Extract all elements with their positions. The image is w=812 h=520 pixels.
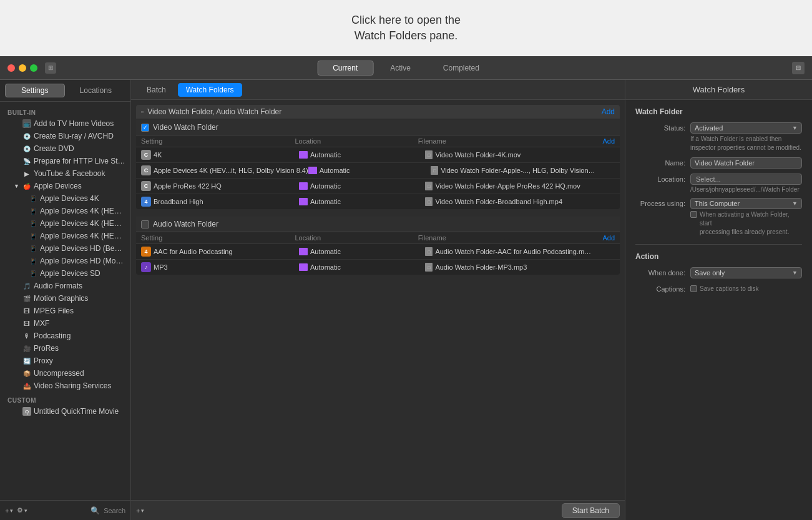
setting-label-apple4k: Apple Devices 4K (HEV...it, HLG, Dolby V…: [154, 167, 308, 174]
uncomp-icon: 📦: [22, 369, 31, 378]
sidebar-item-label: Apple Devices 4K (HEVC...: [40, 232, 125, 240]
tab-current[interactable]: Current: [317, 61, 373, 76]
sidebar-item-http[interactable]: 📡 Prepare for HTTP Live Strea...: [0, 155, 130, 167]
sidebar-item-label: MPEG Files: [34, 307, 125, 315]
sidebar-tab-settings[interactable]: Settings: [5, 84, 65, 97]
setting-icon-aac: 4: [141, 247, 151, 257]
sidebar-item-podcasting[interactable]: 🎙 Podcasting: [0, 330, 130, 342]
file-icon: □: [425, 197, 433, 206]
status-hint: If a Watch Folder is enabled then inspec…: [690, 135, 802, 152]
status-dropdown[interactable]: Activated ▼: [690, 122, 802, 134]
when-done-value: Save only: [695, 269, 725, 277]
layout-icon[interactable]: ⊟: [792, 62, 805, 74]
sidebar-tab-locations[interactable]: Locations: [66, 84, 126, 97]
fullscreen-button[interactable]: [30, 64, 37, 72]
mpeg-icon: 🎞: [22, 307, 31, 315]
audio-row-aac[interactable]: 4 AAC for Audio Podcasting Automatic □ A…: [136, 244, 620, 260]
sidebar-item-prores[interactable]: 🎥 ProRes: [0, 342, 130, 355]
watch-folder-section-title: Watch Folder: [635, 107, 802, 116]
tooltip-line1: Click here to open the: [351, 12, 461, 28]
filename-aac: Audio Watch Folder-AAC for Audio Podcast…: [435, 248, 591, 255]
sidebar-item-label: Podcasting: [34, 331, 125, 340]
when-done-dropdown[interactable]: Save only ▼: [690, 267, 802, 278]
sidebar-item-add-tv[interactable]: 📺 Add to TV Home Videos: [0, 117, 130, 130]
sidebar-item-audio[interactable]: 🎵 Audio Formats: [0, 280, 130, 292]
sidebar-item-apple-devices[interactable]: ▼ 🍎 Apple Devices: [0, 180, 130, 192]
sidebar-item-apple-hd-most[interactable]: 📱 Apple Devices HD (Most...: [0, 255, 130, 267]
device-icon: 📱: [29, 207, 37, 215]
sidebar-item-apple-4k[interactable]: 📱 Apple Devices 4K: [0, 192, 130, 205]
location-field-wrap: Select... /Users/johnyappleseed/.../Watc…: [690, 174, 802, 193]
sidebar-item-apple-4k-hevc1[interactable]: 📱 Apple Devices 4K (HEVC...: [0, 205, 130, 217]
sidebar-item-proxy[interactable]: 🔄 Proxy: [0, 355, 130, 367]
chevron-down-icon: ▾: [141, 508, 144, 514]
header-filename: Filename: [418, 137, 603, 145]
sidebar-item-bluray[interactable]: 💿 Create Blu-ray / AVCHD: [0, 130, 130, 142]
search-input[interactable]: Search: [104, 507, 125, 514]
process-hint-checkbox[interactable]: [690, 211, 697, 218]
captions-check-label: Save captions to disk: [700, 285, 759, 293]
setting-icon-4k: C: [141, 150, 151, 160]
group-add-button[interactable]: Add: [602, 107, 615, 116]
when-done-row: When done: Save only ▼: [635, 267, 802, 278]
add-job-button[interactable]: + ▾: [136, 507, 144, 514]
name-row: Name: Video Watch Folder: [635, 157, 802, 169]
location-select-button[interactable]: Select...: [690, 174, 802, 185]
sidebar-item-apple-hd-best[interactable]: 📱 Apple Devices HD (Best...: [0, 242, 130, 255]
sidebar-item-apple-sd[interactable]: 📱 Apple Devices SD: [0, 267, 130, 280]
sidebar: Settings Locations BUILT-IN 📺 Add to TV …: [0, 80, 131, 520]
start-batch-button[interactable]: Start Batch: [562, 503, 620, 518]
qt-icon: Q: [22, 407, 31, 416]
add-preset-button[interactable]: + ▾: [5, 507, 13, 514]
sidebar-item-mpeg[interactable]: 🎞 MPEG Files: [0, 305, 130, 317]
sidebar-item-label: ProRes: [34, 344, 125, 353]
content-area: Settings Locations BUILT-IN 📺 Add to TV …: [0, 80, 812, 520]
audio-section-checkbox[interactable]: [141, 220, 149, 228]
gear-icon: ⚙: [17, 506, 23, 514]
minimize-button[interactable]: [19, 64, 26, 72]
sidebar-item-label: Apple Devices 4K (HEVC...: [40, 207, 125, 215]
dropdown-arrow-icon: ▼: [792, 125, 798, 131]
process-field-wrap: This Computer ▼ When activating a Watch …: [690, 198, 802, 237]
video-row-4k[interactable]: C 4K Automatic □ Video Watch Folder-4K.m…: [136, 147, 620, 163]
right-panel-content: Watch Folder Status: Activated ▼ If a Wa…: [625, 100, 812, 520]
sidebar-item-label: Video Sharing Services: [34, 381, 125, 390]
location-path: /Users/johnyappleseed/.../Watch Folder: [690, 186, 802, 193]
audio-row-mp3[interactable]: ♪ MP3 Automatic □ Audio Watch Folder-MP3…: [136, 260, 620, 275]
sidebar-item-dvd[interactable]: 💿 Create DVD: [0, 142, 130, 155]
watch-folders-button[interactable]: Watch Folders: [178, 83, 242, 97]
file-icon: □: [425, 247, 433, 256]
sidebar-item-video-sharing[interactable]: 📤 Video Sharing Services: [0, 380, 130, 392]
sidebar-item-uncompressed[interactable]: 📦 Uncompressed: [0, 367, 130, 380]
settings-gear-button[interactable]: ⚙ ▾: [17, 506, 27, 514]
process-dropdown[interactable]: This Computer ▼: [690, 198, 802, 209]
sidebar-item-label: Prepare for HTTP Live Strea...: [34, 157, 125, 165]
setting-label-mp3: MP3: [154, 263, 168, 271]
video-row-prores[interactable]: C Apple ProRes 422 HQ Automatic □ Video …: [136, 179, 620, 194]
sidebar-item-apple-4k-hevc2[interactable]: 📱 Apple Devices 4K (HEVC...: [0, 217, 130, 230]
location-text-broadband: Automatic: [310, 198, 341, 205]
sidebar-item-quicktime[interactable]: Q Untitled QuickTime Movie: [0, 405, 130, 418]
video-row-apple-4k[interactable]: C Apple Devices 4K (HEV...it, HLG, Dolby…: [136, 163, 620, 179]
captions-checkbox[interactable]: [690, 285, 697, 292]
audio-table-add-button[interactable]: Add: [602, 234, 615, 242]
video-section-checkbox[interactable]: ✓: [141, 124, 149, 132]
batch-button[interactable]: Batch: [139, 83, 174, 97]
close-button[interactable]: [7, 64, 15, 72]
location-folder-icon: [299, 151, 308, 159]
tab-active[interactable]: Active: [374, 61, 426, 76]
audio-icon: 🎵: [22, 282, 31, 290]
sidebar-item-label: Create Blu-ray / AVCHD: [34, 132, 125, 140]
video-row-broadband[interactable]: 4 Broadband High Automatic □ Video Watch…: [136, 194, 620, 209]
sidebar-item-mxf[interactable]: 🎞 MXF: [0, 317, 130, 330]
sidebar-item-motion[interactable]: 🎬 Motion Graphics: [0, 292, 130, 305]
sidebar-item-apple-4k-hevc3[interactable]: 📱 Apple Devices 4K (HEVC...: [0, 230, 130, 242]
sidebar-item-youtube[interactable]: ▶ YouTube & Facebook: [0, 167, 130, 180]
tv-icon: 📺: [22, 119, 31, 128]
status-value: Activated: [695, 124, 723, 132]
process-hint-text: When activating a Watch Folder, start pr…: [700, 210, 802, 237]
device-icon: 📱: [29, 269, 37, 278]
name-input[interactable]: Video Watch Folder: [690, 157, 802, 169]
video-table-add-button[interactable]: Add: [602, 137, 615, 145]
tab-completed[interactable]: Completed: [428, 61, 495, 76]
